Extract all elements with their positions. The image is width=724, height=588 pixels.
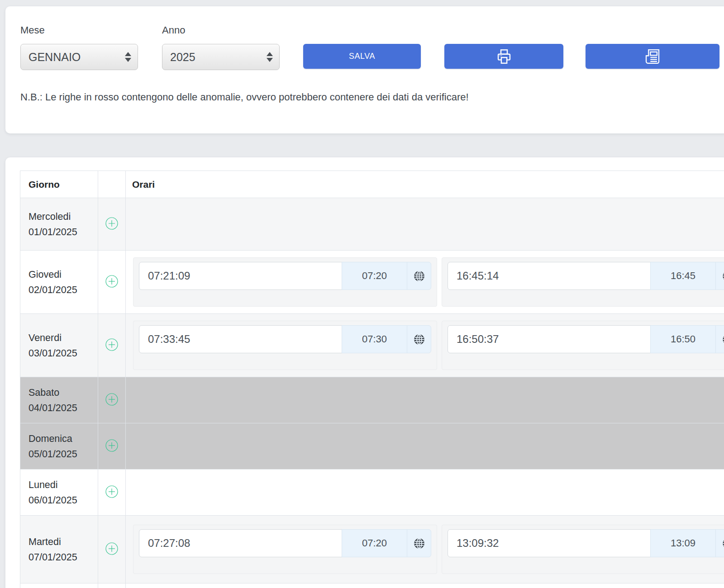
add-entry-icon[interactable] bbox=[105, 485, 119, 498]
table-row: Sabato 04/01/2025 bbox=[20, 377, 724, 423]
time-input[interactable] bbox=[139, 529, 342, 557]
month-select-value: GENNAIO bbox=[29, 51, 81, 64]
day-date: 06/01/2025 bbox=[29, 493, 98, 508]
rounded-time: 07:20 bbox=[342, 529, 407, 557]
month-select[interactable]: GENNAIO bbox=[20, 44, 138, 70]
add-entry-icon[interactable] bbox=[105, 393, 119, 406]
table-row bbox=[20, 583, 724, 588]
day-date: 05/01/2025 bbox=[29, 446, 98, 462]
rounded-time: 16:50 bbox=[650, 325, 716, 353]
table-row: Martedi 07/01/2025 07:20 bbox=[20, 516, 724, 583]
table-row: Domenica 05/01/2025 bbox=[20, 423, 724, 469]
time-entry-panel: 16:45 bbox=[442, 257, 724, 307]
printer-icon bbox=[495, 47, 514, 66]
globe-icon[interactable] bbox=[715, 325, 724, 353]
day-name: Lunedi bbox=[29, 477, 98, 493]
globe-icon[interactable] bbox=[715, 262, 724, 290]
globe-icon[interactable] bbox=[407, 325, 431, 353]
time-entry-panel: 16:50 bbox=[442, 321, 724, 370]
add-entry-icon[interactable] bbox=[105, 275, 119, 288]
time-input[interactable] bbox=[448, 325, 651, 353]
globe-icon[interactable] bbox=[407, 529, 431, 557]
time-entries: 07:20 13:09 bbox=[133, 525, 724, 574]
rounded-time: 13:09 bbox=[650, 529, 716, 557]
globe-icon[interactable] bbox=[407, 262, 431, 290]
table-row: Venerdi 03/01/2025 07:30 bbox=[20, 314, 724, 377]
time-input-group: 16:45 bbox=[448, 262, 724, 290]
anomaly-note: N.B.: Le righe in rosso contengono delle… bbox=[20, 91, 469, 103]
time-entry-panel: 07:20 bbox=[133, 257, 437, 307]
globe-icon[interactable] bbox=[715, 529, 724, 557]
day-date: 02/01/2025 bbox=[29, 282, 98, 298]
print-button[interactable] bbox=[444, 44, 563, 69]
day-date: 07/01/2025 bbox=[29, 550, 98, 565]
time-entry-panel: 07:30 bbox=[133, 321, 437, 370]
day-name: Venerdi bbox=[29, 330, 98, 346]
time-entry-panel: 13:09 bbox=[442, 525, 724, 574]
day-date: 03/01/2025 bbox=[29, 346, 98, 361]
add-entry-icon[interactable] bbox=[105, 542, 119, 555]
table-row: Mercoledi 01/01/2025 bbox=[20, 198, 724, 251]
mese-label: Mese bbox=[20, 24, 45, 36]
time-input-group: 16:50 bbox=[448, 325, 724, 353]
save-button[interactable]: SALVA bbox=[303, 44, 421, 69]
day-name: Domenica bbox=[29, 431, 98, 446]
time-input-group: 07:30 bbox=[139, 325, 431, 353]
plus-column-header bbox=[98, 171, 126, 198]
year-select-value: 2025 bbox=[170, 51, 195, 64]
time-entries: 07:30 16:50 bbox=[133, 321, 724, 370]
rounded-time: 16:45 bbox=[650, 262, 716, 290]
day-name: Sabato bbox=[29, 385, 98, 400]
time-entry-panel: 07:20 bbox=[133, 525, 437, 574]
orari-column-header: Orari bbox=[126, 171, 724, 198]
day-date: 04/01/2025 bbox=[29, 400, 98, 416]
year-select[interactable]: 2025 bbox=[162, 44, 280, 70]
time-input[interactable] bbox=[139, 325, 342, 353]
rounded-time: 07:30 bbox=[342, 325, 407, 353]
time-input[interactable] bbox=[448, 262, 651, 290]
add-entry-icon[interactable] bbox=[105, 439, 119, 452]
rounded-time: 07:20 bbox=[342, 262, 407, 290]
day-date: 01/01/2025 bbox=[29, 224, 98, 240]
time-input-group: 07:20 bbox=[139, 262, 431, 290]
newspaper-icon bbox=[643, 47, 662, 66]
table-row: Giovedi 02/01/2025 07:20 bbox=[20, 251, 724, 314]
day-name: Mercoledi bbox=[29, 209, 98, 224]
time-input[interactable] bbox=[448, 529, 651, 557]
day-name: Giovedi bbox=[29, 267, 98, 282]
timesheet-card: Giorno Orari Mercoledi 01/01/2025 bbox=[5, 157, 724, 588]
table-row: Lunedi 06/01/2025 bbox=[20, 469, 724, 516]
anno-label: Anno bbox=[162, 24, 185, 36]
select-arrows-icon bbox=[267, 52, 273, 62]
day-name: Martedi bbox=[29, 534, 98, 550]
add-entry-icon[interactable] bbox=[105, 217, 119, 230]
time-input-group: 13:09 bbox=[448, 529, 724, 557]
giorno-column-header: Giorno bbox=[20, 171, 98, 198]
report-button[interactable] bbox=[586, 44, 719, 69]
add-entry-icon[interactable] bbox=[105, 338, 119, 351]
time-entries: 07:20 16:45 bbox=[133, 257, 724, 307]
table-header-row: Giorno Orari bbox=[20, 171, 724, 198]
select-arrows-icon bbox=[125, 52, 131, 62]
timesheet-table: Giorno Orari Mercoledi 01/01/2025 bbox=[20, 171, 724, 588]
filters-card: Mese Anno GENNAIO 2025 SALVA bbox=[5, 6, 724, 133]
time-input[interactable] bbox=[139, 262, 342, 290]
time-input-group: 07:20 bbox=[139, 529, 431, 557]
